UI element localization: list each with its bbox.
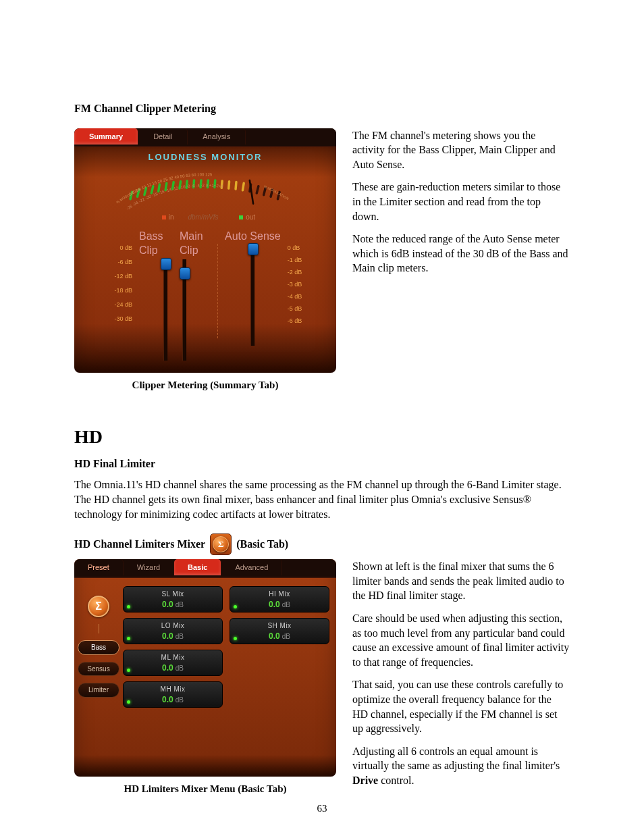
scale-left-2: -12 dB (114, 272, 132, 280)
loudness-arc: % MODULATION % MODULATION 5 6.3 8 10 12 … (85, 163, 325, 215)
svg-line-4 (159, 184, 160, 191)
hd-para-3: That said, you can use these controls ca… (352, 677, 570, 735)
heading-fm-metering: FM Channel Clipper Metering (74, 101, 570, 116)
bass-clip-meter[interactable] (163, 259, 167, 361)
auto-sense-meter[interactable] (250, 244, 254, 346)
caption-hd: HD Limiters Mixer Menu (Basic Tab) (74, 782, 336, 796)
label-main-clip: Main Clip (180, 229, 211, 258)
nav-limiter[interactable]: Limiter (78, 683, 119, 698)
auto-sense-knob[interactable] (248, 243, 259, 255)
scale-right-1: -1 dB (288, 256, 321, 264)
heading-hd-final: HD Final Limiter (74, 457, 570, 471)
hd-para-1: Shown at left is the final mixer that su… (352, 559, 570, 603)
nav-connector (99, 624, 99, 633)
fm-para-2: These are gain-reduction meters similar … (352, 180, 570, 224)
sigma-icon[interactable]: Σ (88, 596, 109, 617)
label-auto-sense: Auto Sense (225, 229, 281, 244)
heading-hd-mixer-post: (Basic Tab) (236, 537, 288, 552)
mix-sl[interactable]: SL Mix0.0dB (123, 586, 223, 613)
sigma-inline-icon: Σ (210, 533, 232, 555)
tab-analysis[interactable]: Analysis (188, 128, 246, 145)
label-bass-clip: Bass Clip (139, 229, 170, 258)
mixer-grid: SL Mix0.0dB HI Mix0.0dB LO Mix0.0dB SH M… (123, 586, 329, 768)
mix-hi[interactable]: HI Mix0.0dB (230, 586, 329, 613)
mix-ml[interactable]: ML Mix0.0dB (123, 650, 223, 676)
mix-mh[interactable]: MH Mix0.0dB (123, 681, 223, 708)
scale-left-1: -6 dB (117, 258, 132, 266)
arc-mod-right: % MODULATION (263, 184, 290, 201)
hd-intro: The Omnia.11's HD channel shares the sam… (74, 477, 570, 521)
heading-hd: HD (74, 424, 570, 450)
svg-line-16 (242, 183, 244, 190)
loudness-monitor-title: LOUDNESS MONITOR (85, 151, 325, 163)
svg-line-19 (264, 188, 266, 194)
scale-right-3: -3 dB (288, 280, 321, 288)
page-number: 63 (0, 802, 644, 815)
svg-text:% MODULATION: % MODULATION (263, 184, 290, 201)
scale-left-0: 0 dB (119, 244, 132, 252)
nav-bass[interactable]: Bass (78, 640, 119, 655)
mix-sh[interactable]: SH Mix0.0dB (230, 618, 329, 644)
panel2-side-nav: Σ Bass Sensus Limiter (81, 586, 116, 768)
hd-limiters-mixer-panel: Preset Wizard Basic Advanced Σ Bass Sens… (74, 559, 336, 777)
fm-para-1: The FM channel's metering shows you the … (352, 128, 570, 172)
scale-left-4: -24 dB (114, 301, 132, 309)
panel1-tabs: Summary Detail Analysis (74, 128, 336, 147)
tab-wizard[interactable]: Wizard (124, 559, 174, 575)
mix-lo[interactable]: LO Mix0.0dB (123, 618, 223, 644)
scale-right-2: -2 dB (288, 268, 321, 276)
dot-out-icon (239, 215, 243, 219)
hd-para-2: Care should be used when adjusting this … (352, 611, 570, 669)
svg-line-3 (151, 186, 153, 193)
tab-summary[interactable]: Summary (74, 128, 138, 145)
tab-detail[interactable]: Detail (138, 128, 188, 145)
scale-left-5: -30 dB (114, 315, 132, 323)
caption-fm: Clipper Metering (Summary Tab) (74, 378, 336, 392)
scale-right-6: -6 dB (288, 317, 321, 325)
fm-para-3: Note the reduced range of the Auto Sense… (352, 232, 570, 276)
nav-sensus[interactable]: Sensus (78, 662, 119, 677)
dot-in-icon (162, 215, 166, 219)
tab-advanced[interactable]: Advanced (221, 559, 282, 575)
main-clip-knob[interactable] (180, 267, 190, 280)
meters-area: 0 dB -6 dB -12 dB -18 dB -24 dB -30 dB B… (74, 225, 336, 373)
scale-left-3: -18 dB (114, 286, 132, 294)
svg-line-14 (229, 182, 230, 188)
bass-clip-knob[interactable] (161, 258, 171, 270)
meter-divider (217, 244, 218, 338)
main-clip-meter[interactable] (182, 259, 186, 361)
scale-right-4: -4 dB (288, 292, 321, 301)
scale-right-0: 0 dB (288, 244, 321, 252)
panel2-tabs: Preset Wizard Basic Advanced (74, 559, 336, 578)
arc-svg: % MODULATION % MODULATION 5 6.3 8 10 12 … (85, 163, 325, 215)
tab-preset[interactable]: Preset (74, 559, 124, 575)
heading-hd-mixer-pre: HD Channel Limiters Mixer (74, 537, 205, 552)
clipper-metering-panel: Summary Detail Analysis LOUDNESS MONITOR (74, 128, 336, 373)
tab-basic[interactable]: Basic (174, 559, 221, 575)
svg-line-15 (236, 182, 236, 189)
scale-right-5: -5 dB (288, 305, 321, 313)
svg-line-18 (257, 186, 259, 193)
hd-para-4: Adjusting all 6 controls an equal amount… (352, 744, 570, 788)
